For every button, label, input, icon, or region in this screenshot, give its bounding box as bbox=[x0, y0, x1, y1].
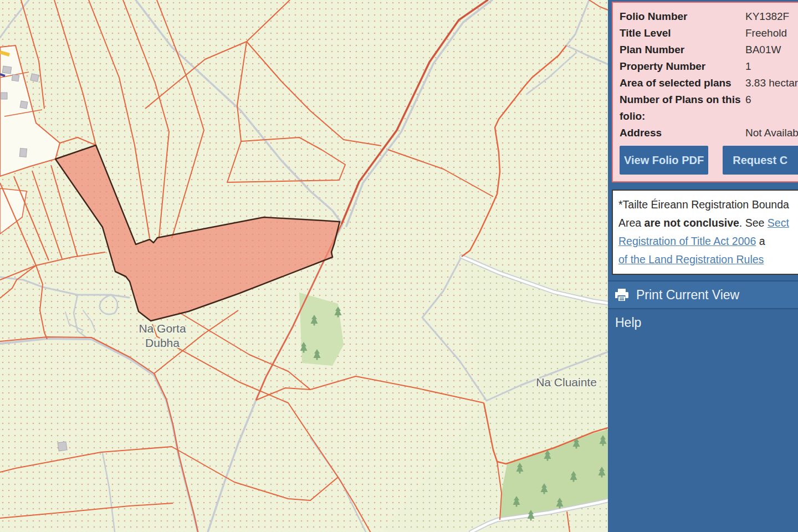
request-copy-button[interactable]: Request C bbox=[723, 146, 798, 175]
folio-row-property-number: Property Number 1 bbox=[620, 58, 798, 75]
help-button[interactable]: Help bbox=[608, 310, 798, 335]
folio-label: Folio Number bbox=[620, 8, 745, 25]
map-canvas[interactable]: Na Gorta Dubha Na Cluainte bbox=[0, 0, 608, 532]
registration-act-link[interactable]: Registration of Title Act 2006 bbox=[618, 235, 756, 247]
place-label-na-gorta-line1: Na Gorta bbox=[139, 322, 186, 335]
disclaimer-line4: of the Land Registration Rules bbox=[618, 250, 798, 269]
folio-value: KY1382F bbox=[745, 8, 789, 25]
folio-panel-buttons: View Folio PDF Request C bbox=[620, 146, 798, 175]
folio-label: Property Number bbox=[620, 58, 745, 75]
folio-value: Freehold bbox=[745, 25, 787, 42]
printer-icon bbox=[615, 289, 628, 301]
disclaimer-line1: *Tailte Éireann Registration Bounda bbox=[618, 196, 798, 214]
folio-row-plan-count: Number of Plans on this folio: 6 bbox=[620, 91, 798, 125]
folio-label: Address bbox=[620, 125, 745, 141]
folio-label: Number of Plans on this folio: bbox=[620, 91, 745, 125]
road-navy-stub bbox=[0, 74, 5, 76]
folio-row-plan-number: Plan Number BA01W bbox=[620, 42, 798, 58]
folio-label: Title Level bbox=[620, 25, 745, 42]
disclaimer-line3: Registration of Title Act 2006 a bbox=[618, 232, 798, 250]
place-label-na-gorta-line2: Dubha bbox=[145, 336, 180, 349]
folio-value: Not Availab bbox=[745, 125, 798, 141]
forest-patch-small bbox=[299, 293, 344, 366]
disclaimer-line2: Area are not conclusive. See Sect bbox=[618, 214, 798, 232]
map-viewport[interactable]: Na Gorta Dubha Na Cluainte bbox=[0, 0, 608, 532]
place-label-na-cluainte: Na Cluainte bbox=[536, 376, 597, 388]
registration-act-link[interactable]: Sect bbox=[768, 217, 789, 229]
folio-row-title-level: Title Level Freehold bbox=[620, 25, 798, 42]
sidebar: Folio Number KY1382F Title Level Freehol… bbox=[608, 0, 798, 532]
folio-value: 3.83 hectar bbox=[745, 75, 798, 91]
folio-info-panel: Folio Number KY1382F Title Level Freehol… bbox=[612, 2, 798, 182]
folio-row-folio-number: Folio Number KY1382F bbox=[620, 8, 798, 25]
print-current-view-button[interactable]: Print Current View bbox=[608, 280, 798, 309]
folio-row-area: Area of selected plans 3.83 hectar bbox=[620, 75, 798, 91]
folio-value: 1 bbox=[745, 58, 751, 75]
folio-row-address: Address Not Availab bbox=[620, 125, 798, 141]
land-registration-rules-link[interactable]: of the Land Registration Rules bbox=[618, 253, 764, 265]
view-folio-pdf-button[interactable]: View Folio PDF bbox=[620, 146, 708, 175]
print-current-view-label: Print Current View bbox=[636, 288, 739, 303]
boundaries-disclaimer: *Tailte Éireann Registration Bounda Area… bbox=[612, 190, 798, 275]
folio-value: 6 bbox=[745, 91, 751, 108]
help-label: Help bbox=[615, 315, 641, 330]
folio-label: Area of selected plans bbox=[620, 75, 745, 91]
folio-value: BA01W bbox=[745, 42, 781, 58]
folio-label: Plan Number bbox=[620, 42, 745, 58]
